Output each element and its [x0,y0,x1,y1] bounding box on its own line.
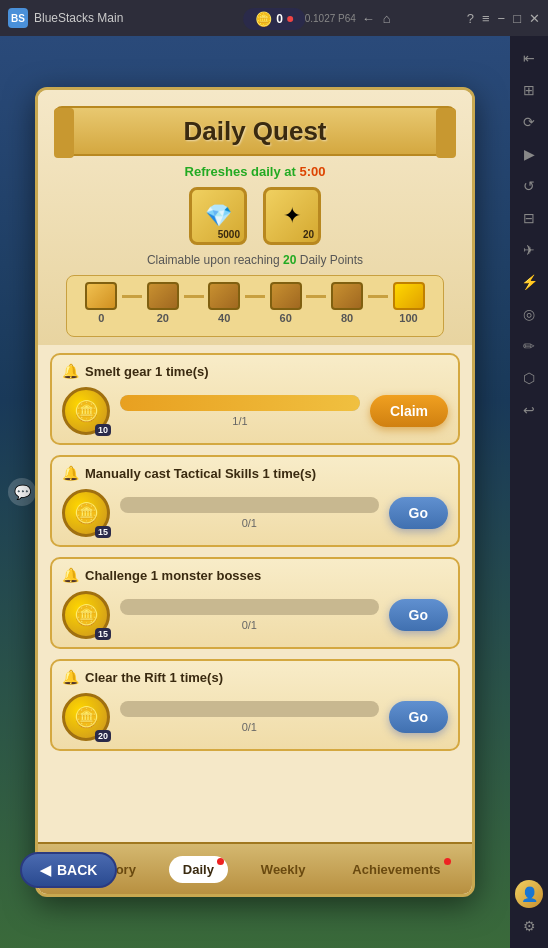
coin-value: 0 [276,12,283,26]
quest-btn-0[interactable]: Claim [370,395,448,427]
sidebar-refresh-icon[interactable]: ⟳ [515,108,543,136]
quest-body-2: 🪙 15 0/1 Go [62,591,448,639]
chest-icon-2 [208,282,240,310]
notification-dot [287,16,293,22]
reward-row: 💎 5000 ✦ 20 [54,187,456,245]
quest-header-1: 🔔 Manually cast Tactical Skills 1 time(s… [62,465,448,481]
coin-symbol-1: 🪙 [74,501,99,525]
reward-count-2: 20 [303,229,314,240]
back-button[interactable]: ◀ BACK [20,852,117,888]
refresh-label: Refreshes daily at [185,164,296,179]
quest-title-0: Smelt gear 1 time(s) [85,364,209,379]
quest-coin-3: 🪙 20 [62,693,110,741]
sidebar-edit-icon[interactable]: ✏ [515,332,543,360]
sidebar-expand-icon[interactable]: ⇤ [515,44,543,72]
quest-item-1: 🔔 Manually cast Tactical Skills 1 time(s… [50,455,460,547]
progress-fill-0 [120,395,360,411]
connector-2 [184,295,204,298]
coin-count-2: 15 [95,628,111,640]
quest-progress-2: 0/1 [120,599,379,631]
quest-coin-2: 🪙 15 [62,591,110,639]
nav-tab-daily[interactable]: Daily [169,856,228,883]
coin-symbol-2: 🪙 [74,603,99,627]
quest-header-0: 🔔 Smelt gear 1 time(s) [62,363,448,379]
progress-text-1: 0/1 [120,517,379,529]
title-scroll: Daily Quest [54,106,456,156]
sidebar-bolt-icon[interactable]: ⚡ [515,268,543,296]
quest-coin-1: 🪙 15 [62,489,110,537]
quest-body-0: 🪙 10 1/1 Claim [62,387,448,435]
milestone-label-3: 60 [280,312,292,324]
game-area: 💬 Daily Quest Refreshes daily at 5:00 💎 … [0,36,510,948]
app-logo: BS [8,8,28,28]
coin-count-0: 10 [95,424,111,436]
menu-icon[interactable]: ≡ [482,11,490,26]
sidebar-rotate-icon[interactable]: ↺ [515,172,543,200]
sidebar-circle-icon[interactable]: ◎ [515,300,543,328]
quest-progress-1: 0/1 [120,497,379,529]
home-nav-icon[interactable]: ⌂ [383,11,391,26]
right-sidebar: ⇤ ⊞ ⟳ ▶ ↺ ⊟ ✈ ⚡ ◎ ✏ ⬡ ↩ 👤 ⚙ [510,36,548,948]
quest-title-1: Manually cast Tactical Skills 1 time(s) [85,466,316,481]
panel-header: Daily Quest Refreshes daily at 5:00 💎 50… [38,90,472,345]
progress-bg-2 [120,599,379,615]
connector-4 [306,295,326,298]
coin-count-1: 15 [95,526,111,538]
connector-3 [245,295,265,298]
quest-header-3: 🔔 Clear the Rift 1 time(s) [62,669,448,685]
milestone-label-1: 20 [157,312,169,324]
coin-display: 🪙 0 [243,8,305,30]
sidebar-avatar[interactable]: 👤 [515,880,543,908]
quest-title-2: Challenge 1 monster bosses [85,568,261,583]
chest-icon-1 [147,282,179,310]
progress-text-2: 0/1 [120,619,379,631]
quest-icon-3: 🔔 [62,669,79,685]
close-icon[interactable]: ✕ [529,11,540,26]
progress-text-3: 0/1 [120,721,379,733]
quest-body-1: 🪙 15 0/1 Go [62,489,448,537]
quest-progress-3: 0/1 [120,701,379,733]
back-label: BACK [57,862,97,878]
milestone-label-2: 40 [218,312,230,324]
sidebar-hex-icon[interactable]: ⬡ [515,364,543,392]
milestone-40: 40 [208,282,240,324]
back-arrow-icon: ◀ [40,862,51,878]
gem-icon: 💎 [205,203,232,229]
connector-1 [122,295,142,298]
back-nav-icon[interactable]: ← [362,11,375,26]
quest-icon-0: 🔔 [62,363,79,379]
quest-item-3: 🔔 Clear the Rift 1 time(s) 🪙 20 0/1 Go [50,659,460,751]
app-name: BlueStacks Main [34,11,265,25]
quest-body-3: 🪙 20 0/1 Go [62,693,448,741]
quest-btn-3[interactable]: Go [389,701,448,733]
quest-header-2: 🔔 Challenge 1 monster bosses [62,567,448,583]
progress-bg-0 [120,395,360,411]
quest-btn-1[interactable]: Go [389,497,448,529]
sidebar-airplane-icon[interactable]: ✈ [515,236,543,264]
coin-symbol-0: 🪙 [74,399,99,423]
chat-bubble-icon[interactable]: 💬 [8,478,36,506]
nav-tab-dot-3 [444,858,451,865]
quests-area: 🔔 Smelt gear 1 time(s) 🪙 10 1/1 Claim 🔔 … [38,345,472,894]
nav-tab-weekly[interactable]: Weekly [247,856,320,883]
milestone-100: 100 [393,282,425,324]
connector-5 [368,295,388,298]
quest-btn-2[interactable]: Go [389,599,448,631]
sidebar-settings-icon[interactable]: ⚙ [515,912,543,940]
nav-tab-dot-1 [217,858,224,865]
milestone-label-5: 100 [399,312,417,324]
sidebar-back-icon[interactable]: ↩ [515,396,543,424]
restore-icon[interactable]: □ [513,11,521,26]
chest-icon-0 [85,282,117,310]
book-panel: Daily Quest Refreshes daily at 5:00 💎 50… [35,87,475,897]
chest-icon-3 [270,282,302,310]
claimable-points: 20 [283,253,296,267]
nav-tab-achievements[interactable]: Achievements [338,856,454,883]
sidebar-minus-icon[interactable]: ⊟ [515,204,543,232]
milestone-80: 80 [331,282,363,324]
coin-symbol-3: 🪙 [74,705,99,729]
help-icon[interactable]: ? [467,11,474,26]
sidebar-play-icon[interactable]: ▶ [515,140,543,168]
minimize-icon[interactable]: − [498,11,506,26]
sidebar-grid-icon[interactable]: ⊞ [515,76,543,104]
